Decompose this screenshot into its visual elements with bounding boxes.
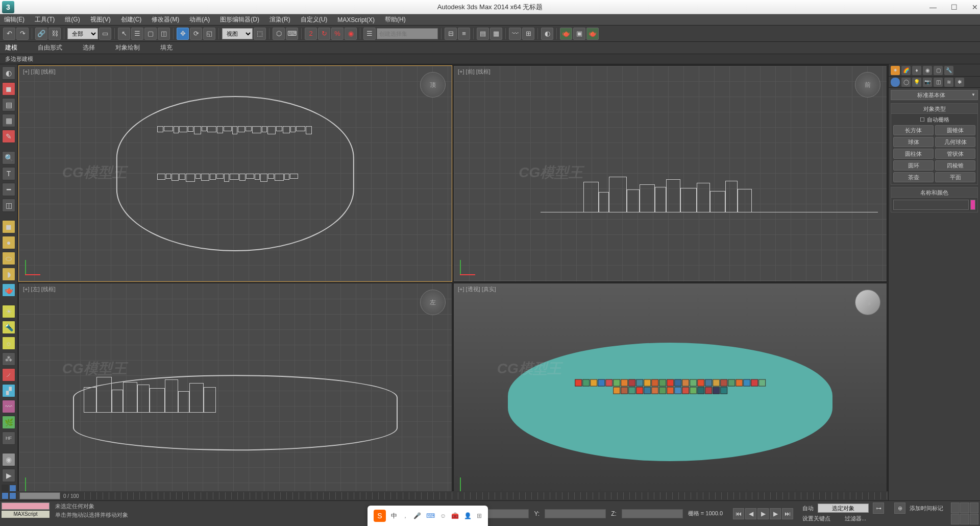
keyboard-shortcut-button[interactable]: ⌨ xyxy=(286,28,298,40)
brush-icon[interactable]: ✎ xyxy=(2,130,15,143)
color-swatch[interactable] xyxy=(970,200,975,210)
checker-icon[interactable]: ▞ xyxy=(2,384,15,397)
redo-button[interactable]: ↷ xyxy=(16,28,29,40)
pan-button[interactable] xyxy=(951,514,960,524)
sub-shapes[interactable]: ◯ xyxy=(901,78,911,87)
teapot-icon[interactable]: 🫖 xyxy=(2,283,15,297)
prev-frame-button[interactable]: ◀ xyxy=(745,508,756,519)
menu-edit[interactable]: 编辑(E) xyxy=(4,15,24,24)
primitive-type-dropdown[interactable]: 标准基本体 xyxy=(891,90,978,100)
maxscript-button[interactable]: MAXScript xyxy=(2,511,50,518)
ribbon-tab-freeform[interactable]: 自由形式 xyxy=(38,43,62,52)
panel-icon[interactable]: ▦ xyxy=(2,114,15,127)
window-crossing-button[interactable]: ◫ xyxy=(158,28,170,40)
sub-cameras[interactable]: 📷 xyxy=(923,78,932,87)
mic-icon[interactable]: 🎤 xyxy=(413,512,421,519)
btn-geosphere[interactable]: 几何球体 xyxy=(935,137,975,147)
hf-icon[interactable]: HF xyxy=(2,432,15,445)
tab-modify[interactable]: 🌈 xyxy=(901,66,911,75)
curve-editor-button[interactable]: 〰 xyxy=(509,28,521,40)
light-omni-icon[interactable]: ☀ xyxy=(2,305,15,318)
yellow-sphere-icon[interactable]: ● xyxy=(2,236,15,249)
wave-icon[interactable]: 〰 xyxy=(2,400,15,413)
zoom-all-button[interactable] xyxy=(960,503,969,513)
btn-box[interactable]: 长方体 xyxy=(893,125,934,135)
render-frame-button[interactable]: ▣ xyxy=(573,28,585,40)
yellow-dome-icon[interactable]: ◗ xyxy=(2,268,15,281)
unlink-button[interactable]: ⛓ xyxy=(48,28,61,40)
viewport-perspective[interactable]: [+] [透视] [真实] ◨ CG模型王 xyxy=(453,283,887,499)
light-spot-icon[interactable]: 🔦 xyxy=(2,321,15,334)
play-button[interactable]: ▶ xyxy=(757,508,769,519)
viewcube-persp[interactable]: ◨ xyxy=(855,290,880,315)
selection-set-input[interactable] xyxy=(377,28,438,39)
cube-icon[interactable]: ◫ xyxy=(2,199,15,212)
link-button[interactable]: 🔗 xyxy=(35,28,47,40)
select-name-button[interactable]: ☰ xyxy=(131,28,143,40)
ribbon-toggle-button[interactable]: ▦ xyxy=(490,28,502,40)
select-button[interactable]: ▭ xyxy=(99,28,111,40)
punctuation-icon[interactable]: ， xyxy=(402,512,408,520)
tab-create[interactable]: ✷ xyxy=(891,66,900,75)
btn-sphere[interactable]: 球体 xyxy=(893,137,934,147)
zoom-icon[interactable]: 🔍 xyxy=(2,151,15,164)
ime-logo-icon[interactable]: S xyxy=(374,510,386,522)
bone-icon[interactable]: ⟋ xyxy=(2,368,15,381)
object-name-input[interactable] xyxy=(893,200,969,210)
btn-tube[interactable]: 管状体 xyxy=(935,149,975,159)
keyboard-icon[interactable]: ⌨ xyxy=(426,512,435,519)
red-square-icon[interactable]: ◼ xyxy=(2,82,15,95)
sub-lights[interactable]: 💡 xyxy=(912,78,921,87)
leaf-icon[interactable]: 🌿 xyxy=(2,416,15,429)
menu-help[interactable]: 帮助(H) xyxy=(385,15,406,24)
tab-display[interactable]: ▢ xyxy=(934,66,943,75)
btn-plane[interactable]: 平面 xyxy=(935,172,975,182)
material-editor-button[interactable]: ◐ xyxy=(541,28,553,40)
menu-create[interactable]: 创建(C) xyxy=(121,15,142,24)
mirror-button[interactable]: ⊟ xyxy=(445,28,457,40)
zoom-button[interactable] xyxy=(951,503,960,513)
object-type-header[interactable]: 对象类型 xyxy=(891,104,977,114)
snap-angle-button[interactable]: ↻ xyxy=(318,28,330,40)
menu-modifiers[interactable]: 修改器(M) xyxy=(152,15,179,24)
sub-helpers[interactable]: ◫ xyxy=(934,78,943,87)
menu-graph-editors[interactable]: 图形编辑器(D) xyxy=(220,15,259,24)
time-tag-button[interactable]: ⊕ xyxy=(894,503,905,514)
sub-geometry[interactable] xyxy=(891,78,900,87)
next-frame-button[interactable]: ▶ xyxy=(770,508,781,519)
layer-manager-button[interactable]: ▤ xyxy=(477,28,489,40)
particles-icon[interactable]: ⁂ xyxy=(2,352,15,366)
selection-filter[interactable]: 全部 xyxy=(67,28,98,39)
sub-spacewarps[interactable]: ≋ xyxy=(944,78,953,87)
color-grid[interactable] xyxy=(2,485,16,499)
move-button[interactable]: ✥ xyxy=(177,28,189,40)
timeline-ruler[interactable] xyxy=(84,492,888,499)
select-region-button[interactable]: ▢ xyxy=(144,28,157,40)
orbit-button[interactable] xyxy=(960,514,969,524)
name-color-header[interactable]: 名称和颜色 xyxy=(891,187,977,198)
ribbon-tab-populate[interactable]: 填充 xyxy=(160,43,173,52)
yellow-cylinder-icon[interactable]: ⬭ xyxy=(2,252,15,265)
render-setup-button[interactable]: 🫖 xyxy=(560,28,572,40)
viewcube-top[interactable]: 顶 xyxy=(420,72,446,98)
ribbon-tab-object-paint[interactable]: 对象绘制 xyxy=(115,43,140,52)
viewport-left[interactable]: [+] [左] [线框] 左 CG模型王 xyxy=(18,283,452,499)
viewport-front[interactable]: [+] [前] [线框] 前 CG模型王 xyxy=(453,65,887,282)
type-icon[interactable]: T xyxy=(2,167,15,180)
set-key-button[interactable]: 设置关键点 xyxy=(802,515,830,522)
select-object-button[interactable]: ↖ xyxy=(118,28,130,40)
minimize-button[interactable]: — xyxy=(929,3,937,11)
render-button[interactable]: 🫖 xyxy=(586,28,599,40)
maximize-button[interactable]: ☐ xyxy=(951,3,958,11)
arrow-icon[interactable]: ▶ xyxy=(2,469,15,482)
key-mode-button[interactable]: ⊶ xyxy=(873,503,884,514)
spinner-snap-button[interactable]: ◉ xyxy=(345,28,357,40)
scale-button[interactable]: ◱ xyxy=(203,28,215,40)
auto-key-button[interactable]: 自动 xyxy=(802,505,814,512)
goto-start-button[interactable]: ⏮ xyxy=(733,508,744,519)
zoom-extents-button[interactable] xyxy=(970,503,978,513)
tab-utilities[interactable]: 🔧 xyxy=(944,66,953,75)
coord-z-input[interactable] xyxy=(622,509,683,518)
pivot-button[interactable]: ⬚ xyxy=(254,28,266,40)
app-icon[interactable]: 3 xyxy=(2,1,14,13)
